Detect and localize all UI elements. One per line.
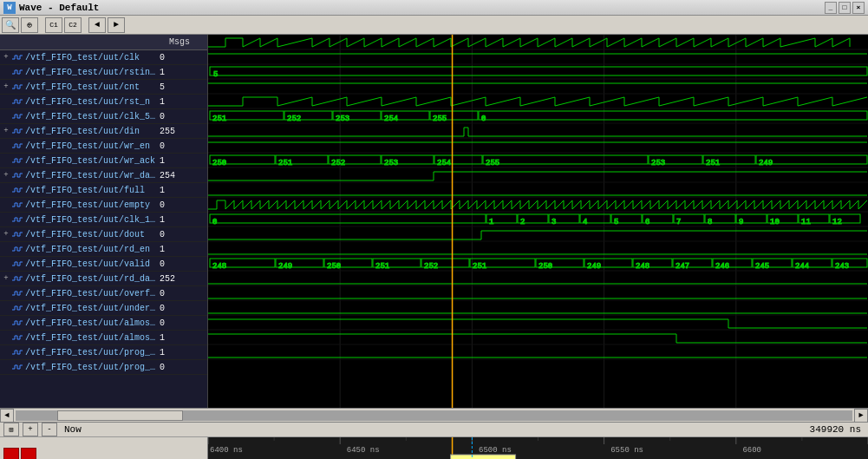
status-icon-row: [3, 448, 204, 459]
cursor1-button[interactable]: C1: [45, 17, 62, 33]
signal-wave-icon: [12, 82, 24, 91]
svg-text:248: 248: [636, 262, 649, 271]
signal-row[interactable]: /vtf_FIFO_test/uut/prog_full1: [0, 345, 207, 360]
signal-name-label: /vtf_FIFO_test/uut/almost_full: [24, 333, 160, 343]
red-btn-2[interactable]: [21, 448, 36, 459]
signal-value-label: 1: [160, 245, 207, 254]
red-btn-1[interactable]: [3, 448, 19, 459]
signal-row[interactable]: /vtf_FIFO_test/uut/clk_50M0: [0, 109, 207, 124]
signal-row[interactable]: /vtf_FIFO_test/uut/wr_ack1: [0, 154, 207, 168]
svg-text:6600: 6600: [742, 446, 761, 455]
signal-row[interactable]: /vtf_FIFO_test/uut/almost_full1: [0, 331, 207, 345]
signal-wave-icon: [12, 68, 24, 76]
svg-text:0: 0: [481, 115, 486, 123]
signal-row[interactable]: /vtf_FIFO_test/uut/almost_empty0: [0, 316, 207, 331]
zoom-out-button[interactable]: ⊕: [21, 17, 38, 33]
signal-row[interactable]: +/vtf_FIFO_test/uut/clk0: [0, 50, 207, 65]
signal-header: Msgs: [0, 35, 207, 50]
signal-row[interactable]: /vtf_FIFO_test/uut/overflow0: [0, 286, 207, 301]
signal-expand-icon[interactable]: +: [0, 127, 12, 135]
svg-text:6450 ns: 6450 ns: [347, 446, 380, 455]
signal-row[interactable]: /vtf_FIFO_test/uut/prog_empty0: [0, 360, 207, 375]
signal-row[interactable]: +/vtf_FIFO_test/uut/wr_data_count254: [0, 168, 207, 183]
timeline-bottom[interactable]: 6400 ns 6450 ns 6500 ns 6550 ns 6600 644…: [208, 437, 868, 459]
svg-text:7: 7: [676, 218, 681, 226]
signal-wave-icon: [12, 127, 24, 135]
svg-text:5: 5: [614, 218, 618, 226]
signal-value-label: 0: [160, 230, 207, 239]
svg-text:1: 1: [489, 218, 493, 226]
scroll-right-button[interactable]: ►: [108, 17, 125, 33]
scroll-left-btn[interactable]: ◄: [0, 409, 14, 423]
msgs-column-header: Msgs: [153, 37, 206, 47]
signal-row[interactable]: /vtf_FIFO_test/uut/wr_en0: [0, 139, 207, 154]
svg-text:252: 252: [331, 159, 345, 167]
statusbar: ⊞ + - Now 349920 ns Cursor 1 6449,917 ns…: [0, 422, 868, 459]
main-area: Msgs +/vtf_FIFO_test/uut/clk0/vtf_FIFO_t…: [0, 35, 868, 408]
svg-text:0: 0: [212, 218, 217, 226]
signal-wave-icon: [12, 200, 24, 209]
signal-expand-icon[interactable]: +: [0, 274, 12, 283]
close-button[interactable]: ×: [852, 2, 865, 14]
signal-wave-icon: [12, 259, 24, 268]
signal-value-label: 255: [160, 127, 207, 136]
svg-text:253: 253: [651, 159, 665, 167]
signal-wave-icon: [12, 333, 24, 342]
signal-expand-icon[interactable]: +: [0, 171, 12, 180]
svg-text:10: 10: [770, 218, 780, 226]
signal-row[interactable]: /vtf_FIFO_test/uut/rst_n1: [0, 95, 207, 109]
signal-expand-icon[interactable]: +: [0, 53, 12, 62]
svg-text:245: 245: [755, 262, 769, 271]
svg-text:255: 255: [486, 159, 499, 167]
signal-name-label: /vtf_FIFO_test/uut/prog_full: [24, 348, 160, 357]
signal-row[interactable]: /vtf_FIFO_test/uut/full1: [0, 183, 207, 198]
svg-text:6500 ns: 6500 ns: [479, 446, 512, 455]
svg-text:3: 3: [551, 218, 556, 226]
signal-wave-icon: [12, 141, 24, 150]
signal-name-label: /vtf_FIFO_test/uut/wr_data_count: [24, 171, 160, 180]
signal-expand-icon[interactable]: +: [0, 82, 12, 91]
waveform-area[interactable]: 5 251 252 253 254 255 0: [208, 35, 868, 408]
signal-wave-icon: [12, 53, 24, 62]
signal-name-label: /vtf_FIFO_test/uut/rd_en: [24, 245, 160, 254]
scroll-left-button[interactable]: ◄: [88, 17, 106, 33]
signal-row[interactable]: /vtf_FIFO_test/uut/underflow0: [0, 301, 207, 316]
signal-name-label: /vtf_FIFO_test/uut/valid: [24, 259, 160, 269]
zoom-in-button[interactable]: 🔍: [2, 17, 19, 33]
signal-row[interactable]: +/vtf_FIFO_test/uut/din255: [0, 124, 207, 139]
minimize-button[interactable]: _: [825, 2, 837, 14]
svg-text:6550 ns: 6550 ns: [610, 446, 643, 455]
zoom-in-small-button[interactable]: +: [23, 423, 38, 436]
signal-name-label: /vtf_FIFO_test/uut/wr_en: [24, 141, 160, 151]
signal-row[interactable]: +/vtf_FIFO_test/uut/dout0: [0, 227, 207, 242]
signal-name-label: /vtf_FIFO_test/uut/rd_data_count: [24, 274, 160, 284]
svg-rect-0: [208, 35, 868, 408]
signal-expand-icon[interactable]: +: [0, 230, 12, 239]
svg-text:251: 251: [473, 262, 486, 271]
signal-row[interactable]: /vtf_FIFO_test/uut/rstin_n1: [0, 65, 207, 80]
scroll-right-btn[interactable]: ►: [854, 409, 868, 423]
zoom-out-small-button[interactable]: -: [42, 423, 57, 436]
svg-text:244: 244: [795, 262, 809, 271]
signal-name-label: /vtf_FIFO_test/uut/din: [24, 127, 160, 136]
signal-value-label: 5: [160, 82, 207, 92]
scroll-thumb[interactable]: [57, 410, 183, 421]
cursor2-button[interactable]: C2: [64, 17, 82, 33]
horizontal-scrollbar[interactable]: ◄ ►: [0, 408, 868, 422]
svg-text:252: 252: [424, 262, 438, 271]
maximize-button[interactable]: □: [839, 2, 851, 14]
signal-value-label: 0: [160, 363, 207, 372]
signal-row[interactable]: /vtf_FIFO_test/uut/rd_en1: [0, 242, 207, 257]
signal-wave-icon: [12, 304, 24, 312]
signal-name-label: /vtf_FIFO_test/uut/wr_ack: [24, 156, 160, 166]
zoom-full-button[interactable]: ⊞: [3, 423, 19, 436]
signal-row[interactable]: +/vtf_FIFO_test/uut/cnt5: [0, 80, 207, 95]
signal-row[interactable]: +/vtf_FIFO_test/uut/rd_data_count252: [0, 272, 207, 286]
signal-value-label: 0: [160, 53, 207, 62]
svg-text:250: 250: [538, 262, 552, 271]
scroll-track[interactable]: [16, 410, 852, 421]
signal-row[interactable]: /vtf_FIFO_test/uut/valid0: [0, 257, 207, 272]
signal-list[interactable]: +/vtf_FIFO_test/uut/clk0/vtf_FIFO_test/u…: [0, 50, 207, 408]
signal-row[interactable]: /vtf_FIFO_test/uut/clk_100M1: [0, 213, 207, 227]
signal-row[interactable]: /vtf_FIFO_test/uut/empty0: [0, 198, 207, 213]
